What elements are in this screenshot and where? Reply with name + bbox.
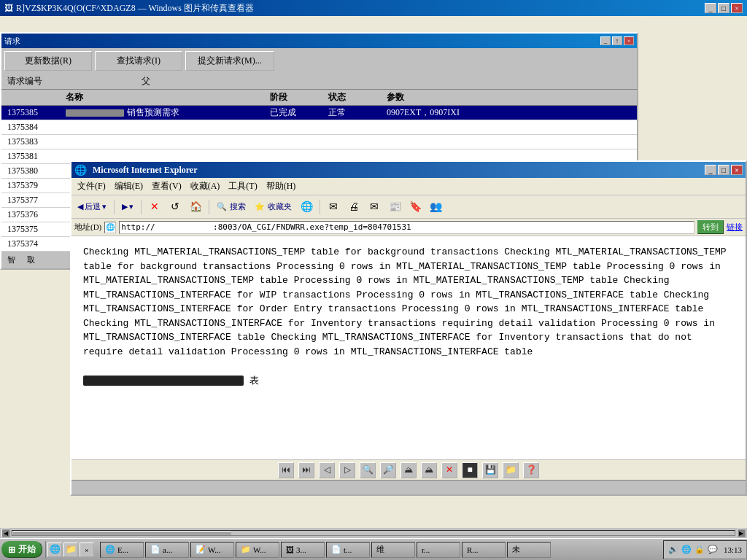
- address-input[interactable]: [119, 221, 694, 234]
- find-request-button[interactable]: 查找请求(I): [95, 51, 182, 71]
- taskbar-item-t-icon: 📄: [331, 545, 341, 554]
- redacted-text-1: [83, 376, 244, 386]
- forward-button[interactable]: ▶ ▾: [119, 201, 136, 213]
- ie-addressbar: 地址(D) 🌐 转到 链接: [71, 219, 746, 236]
- nav-first-btn[interactable]: ⏮: [278, 462, 294, 478]
- menu-file[interactable]: 文件(F): [74, 179, 109, 193]
- start-button[interactable]: ⊞ 开始: [1, 541, 42, 558]
- scroll-thumb[interactable]: [12, 531, 231, 535]
- favorites-button[interactable]: ⭐ 收藏夹: [252, 200, 295, 214]
- col-parent-header: [212, 91, 270, 104]
- taskbar-item-3[interactable]: 🖼 3...: [281, 542, 325, 558]
- refresh-button[interactable]: ↺: [166, 198, 184, 216]
- tray-icon-4: 💬: [708, 545, 718, 554]
- back-button[interactable]: ◀ 后退 ▾: [74, 200, 109, 214]
- nav-help-btn[interactable]: ❓: [523, 462, 539, 478]
- taskbar-items: 🌐 E... 📄 a... 📝 W... 📁 W... 🖼 3... 📄 t..…: [100, 542, 660, 558]
- maximize-button[interactable]: □: [718, 3, 729, 13]
- menu-help[interactable]: 帮助(H): [263, 179, 299, 193]
- ie-window-title: Microsoft Internet Explorer: [93, 165, 198, 176]
- refresh-button[interactable]: 更新数据(R): [4, 51, 92, 71]
- ie-content-text: Checking MTL_MATERIAL_TRANSACTIONS_TEMP …: [83, 245, 734, 359]
- address-label: 地址(D): [74, 222, 101, 233]
- minimize-button[interactable]: _: [705, 3, 716, 13]
- discuss-button[interactable]: 📰: [386, 198, 403, 216]
- ie-statusbar: [71, 480, 746, 494]
- erp-maximize-btn[interactable]: ↑: [612, 36, 622, 45]
- links-button[interactable]: 链接: [727, 222, 743, 233]
- ie-maximize-btn[interactable]: □: [718, 165, 729, 175]
- col-params-header: 参数: [387, 91, 533, 104]
- ie-window: 🌐 Microsoft Internet Explorer _ □ × 文件(F…: [70, 160, 747, 496]
- back-icon: ◀: [77, 202, 83, 211]
- taskbar-item-a[interactable]: 📄 a...: [145, 542, 189, 558]
- toolbar-separator: [141, 200, 142, 214]
- menu-edit[interactable]: 编辑(E): [112, 179, 146, 193]
- row-id: 1375374: [7, 238, 66, 249]
- taskbar-item-r2-label: R...: [467, 545, 479, 554]
- nav-black-btn[interactable]: ■: [462, 462, 478, 478]
- stop-button[interactable]: ✕: [146, 198, 163, 216]
- ie-bottom-nav: ⏮ ⏭ ◁ ▷ 🔍 🔎 ⛰ ⛰ ✕ ■ 💾 📁 ❓: [71, 459, 746, 480]
- ie-icon-btn[interactable]: 👥: [427, 198, 444, 216]
- table-row[interactable]: 1375383: [1, 135, 637, 149]
- row-name: 销售预测需求: [66, 106, 212, 119]
- titlebar-buttons: _ □ ×: [705, 3, 743, 13]
- system-clock: 13:13: [724, 545, 742, 554]
- close-button[interactable]: ×: [731, 3, 743, 13]
- ie-content-area: Checking MTL_MATERIAL_TRANSACTIONS_TEMP …: [71, 236, 746, 489]
- window-title: R]VZ$KP3K4Q(O(CF^XDAGZ8 — Windows 图片和传真查…: [16, 2, 254, 15]
- taskbar-item-r2[interactable]: R...: [462, 542, 506, 558]
- taskbar-item-wei2[interactable]: 未: [507, 542, 551, 558]
- table-row[interactable]: 1375385 销售预测需求 已完成 正常 0907EXT，0907IXI: [1, 106, 637, 120]
- quick-launch-3[interactable]: »: [80, 542, 94, 557]
- nav-search-btn[interactable]: 🔍: [360, 462, 376, 478]
- nav-mountain2-btn[interactable]: ⛰: [421, 462, 437, 478]
- taskbar-item-wei[interactable]: 维: [371, 542, 415, 558]
- nav-last-btn[interactable]: ⏭: [298, 462, 314, 478]
- messenger-button[interactable]: 🔖: [406, 198, 424, 216]
- nav-next-btn[interactable]: ▷: [339, 462, 355, 478]
- redacted-text-suffix: 表: [249, 373, 259, 388]
- taskbar-item-t[interactable]: 📄 t...: [326, 542, 370, 558]
- nav-prev-btn[interactable]: ◁: [319, 462, 335, 478]
- table-row[interactable]: 1375384: [1, 120, 637, 135]
- scroll-left-btn[interactable]: ◀: [1, 529, 10, 537]
- taskbar-item-w-icon: 📝: [196, 545, 206, 554]
- quick-launch-ie[interactable]: 🌐: [47, 542, 62, 557]
- taskbar-item-t-label: t...: [344, 545, 352, 554]
- horizontal-scrollbar[interactable]: ◀ ▶: [0, 528, 747, 538]
- forward-dropdown-icon: ▾: [129, 202, 133, 211]
- menu-view[interactable]: 查看(V): [149, 179, 185, 193]
- print-button[interactable]: 🖨: [345, 198, 363, 216]
- nav-save-btn[interactable]: 💾: [482, 462, 498, 478]
- menu-favorites[interactable]: 收藏(A): [187, 179, 223, 193]
- taskbar-item-e-label: E...: [117, 545, 128, 554]
- home-button[interactable]: 🏠: [187, 198, 204, 216]
- taskbar-item-r[interactable]: r...: [417, 542, 460, 558]
- taskbar-item-w[interactable]: 📝 W...: [190, 542, 234, 558]
- edit-button[interactable]: ✉: [365, 198, 383, 216]
- row-id: 1375383: [7, 136, 66, 147]
- ie-minimize-btn[interactable]: _: [705, 165, 716, 175]
- nav-folder-btn[interactable]: 📁: [503, 462, 519, 478]
- ie-close-btn[interactable]: ×: [731, 165, 743, 175]
- go-button[interactable]: 转到: [697, 220, 724, 234]
- erp-titlebar: 请求 _ ↑ ×: [1, 34, 637, 48]
- taskbar-item-e[interactable]: 🌐 E...: [100, 542, 144, 558]
- nav-zoom-btn[interactable]: 🔎: [380, 462, 396, 478]
- nav-stop-btn[interactable]: ✕: [441, 462, 457, 478]
- search-toolbar-button[interactable]: 🔍 搜索: [214, 200, 249, 214]
- nav-mountain-btn[interactable]: ⛰: [400, 462, 417, 478]
- taskbar-item-w2[interactable]: 📁 W...: [236, 542, 279, 558]
- erp-minimize-btn[interactable]: _: [600, 36, 611, 45]
- quick-launch: 🌐 📁 »: [47, 542, 94, 557]
- quick-launch-folder[interactable]: 📁: [63, 542, 78, 557]
- erp-close-btn[interactable]: ×: [624, 36, 634, 45]
- ie-title-buttons: _ □ ×: [705, 165, 743, 175]
- scroll-right-btn[interactable]: ▶: [737, 529, 746, 537]
- menu-tools[interactable]: 工具(T): [225, 179, 260, 193]
- submit-request-button[interactable]: 提交新请求(M)...: [185, 51, 274, 71]
- mail-button[interactable]: ✉: [325, 198, 342, 216]
- media-button[interactable]: 🌐: [298, 198, 315, 216]
